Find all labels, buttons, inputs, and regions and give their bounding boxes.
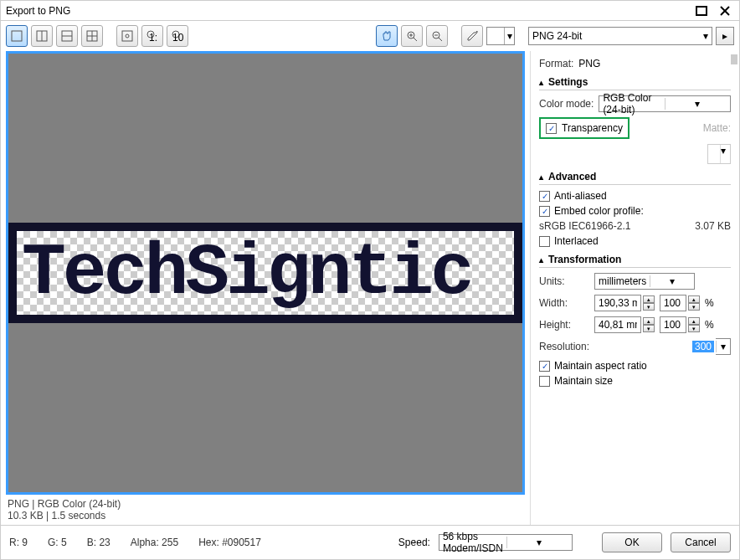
cancel-button[interactable]: Cancel — [671, 532, 731, 552]
spin-buttons[interactable]: ▴▾ — [688, 295, 700, 311]
toolbar: 1:1 100 ▾ PNG 24-bit ▾ ▸ — [1, 21, 739, 51]
interlaced-checkbox[interactable] — [539, 236, 550, 247]
chevron-up-icon: ▴ — [539, 172, 543, 182]
chevron-down-icon: ▾ — [703, 30, 708, 42]
spin-buttons[interactable]: ▴▾ — [688, 317, 700, 332]
format-label: Format: — [539, 58, 573, 69]
pixel-r: R: 9 — [9, 537, 28, 548]
preview-canvas[interactable]: TechSigntic — [6, 51, 525, 495]
chevron-up-icon: ▴ — [539, 78, 543, 87]
chevron-down-icon[interactable]: ▾ — [504, 28, 514, 44]
pan-tool-button[interactable] — [376, 25, 398, 47]
maintain-aspect-label: Maintain aspect ratio — [554, 360, 647, 372]
color-mode-dropdown[interactable]: RGB Color (24-bit)▾ — [599, 95, 731, 112]
pixel-alpha: Alpha: 255 — [131, 537, 178, 548]
layout-quad-button[interactable] — [81, 25, 103, 47]
svg-rect-0 — [696, 7, 707, 15]
close-button[interactable] — [716, 4, 734, 18]
maintain-size-label: Maintain size — [554, 375, 613, 387]
speed-label: Speed: — [398, 537, 430, 548]
pixel-b: B: 23 — [87, 537, 110, 548]
chevron-down-icon: ▾ — [650, 275, 694, 287]
maintain-aspect-checkbox[interactable] — [539, 361, 550, 372]
svg-rect-11 — [122, 31, 132, 41]
pixel-g: G: 5 — [48, 537, 67, 548]
svg-text:100: 100 — [172, 32, 183, 42]
embed-profile-checkbox[interactable] — [539, 206, 550, 217]
resolution-label: Resolution: — [539, 341, 589, 352]
profile-size: 3.07 KB — [695, 220, 731, 232]
scrollbar[interactable] — [731, 54, 737, 64]
matte-swatch[interactable]: ▾ — [707, 144, 731, 164]
maximize-button[interactable] — [692, 4, 711, 18]
layout-split-v-button[interactable] — [31, 25, 53, 47]
eyedropper-button[interactable] — [461, 25, 483, 47]
transparency-highlight: Transparency — [539, 117, 630, 139]
height-pct-input[interactable] — [660, 316, 686, 333]
zoom-1to1-button[interactable]: 1:1 — [141, 25, 163, 47]
height-input[interactable] — [594, 316, 641, 333]
status-size-time: 10.3 KB | 1.5 seconds — [8, 510, 523, 521]
chevron-down-icon: ▾ — [716, 341, 730, 352]
resolution-dropdown[interactable]: ▾ — [716, 338, 731, 355]
transparency-checkbox[interactable] — [546, 123, 557, 134]
svg-line-18 — [414, 38, 417, 41]
matte-label: Matte: — [703, 122, 731, 134]
layout-single-button[interactable] — [6, 25, 28, 47]
svg-rect-3 — [12, 31, 22, 41]
color-mode-label: Color mode: — [539, 98, 594, 110]
chevron-down-icon: ▾ — [665, 98, 730, 110]
format-dropdown-value: PNG 24-bit — [532, 30, 582, 42]
chevron-up-icon: ▴ — [539, 255, 543, 265]
antialiased-checkbox[interactable] — [539, 191, 550, 202]
chevron-down-icon: ▾ — [720, 145, 730, 163]
title-bar: Export to PNG — [1, 1, 739, 21]
width-label: Width: — [539, 297, 589, 309]
profile-name: sRGB IEC61966-2.1 — [539, 220, 630, 232]
artwork-text: TechSigntic — [17, 231, 514, 315]
chevron-down-icon: ▾ — [506, 537, 572, 548]
zoom-100-button[interactable]: 100 — [167, 25, 188, 47]
footer-bar: R: 9 G: 5 B: 23 Alpha: 255 Hex: #090517 … — [1, 525, 739, 559]
resolution-input[interactable]: 300 — [692, 341, 714, 352]
svg-line-22 — [439, 38, 442, 41]
transparency-label: Transparency — [562, 122, 623, 134]
height-label: Height: — [539, 319, 589, 331]
pixel-hex: Hex: #090517 — [198, 537, 261, 548]
pct-symbol: % — [705, 297, 714, 309]
width-pct-input[interactable] — [660, 295, 686, 311]
settings-header[interactable]: ▴Settings — [539, 76, 731, 90]
ok-button[interactable]: OK — [602, 532, 662, 552]
width-input[interactable] — [594, 295, 641, 311]
zoom-fit-button[interactable] — [116, 25, 138, 47]
units-label: Units: — [539, 275, 589, 287]
units-dropdown[interactable]: millimeters▾ — [594, 273, 695, 290]
svg-text:1:1: 1:1 — [149, 32, 158, 42]
spin-buttons[interactable]: ▴▾ — [643, 317, 655, 332]
settings-panel: Format: PNG ▴Settings Color mode: RGB Co… — [530, 51, 739, 525]
layout-split-h-button[interactable] — [56, 25, 78, 47]
interlaced-label: Interlaced — [554, 235, 599, 247]
window-title: Export to PNG — [6, 5, 70, 17]
svg-point-12 — [126, 34, 129, 38]
zoom-in-button[interactable] — [401, 25, 423, 47]
preset-next-button[interactable]: ▸ — [716, 27, 734, 45]
artwork: TechSigntic — [8, 223, 522, 323]
format-value: PNG — [578, 58, 600, 69]
transformation-header[interactable]: ▴Transformation — [539, 254, 731, 268]
status-format: PNG | RGB Color (24-bit) — [8, 498, 523, 510]
color-well[interactable]: ▾ — [486, 27, 515, 45]
embed-profile-label: Embed color profile: — [554, 205, 644, 217]
format-dropdown[interactable]: PNG 24-bit ▾ — [528, 27, 712, 45]
zoom-out-button[interactable] — [426, 25, 448, 47]
antialiased-label: Anti-aliased — [554, 190, 607, 202]
speed-dropdown[interactable]: 56 kbps Modem/ISDN▾ — [439, 534, 573, 551]
spin-buttons[interactable]: ▴▾ — [643, 295, 655, 311]
maintain-size-checkbox[interactable] — [539, 376, 550, 387]
advanced-header[interactable]: ▴Advanced — [539, 171, 731, 185]
pct-symbol: % — [705, 319, 714, 331]
